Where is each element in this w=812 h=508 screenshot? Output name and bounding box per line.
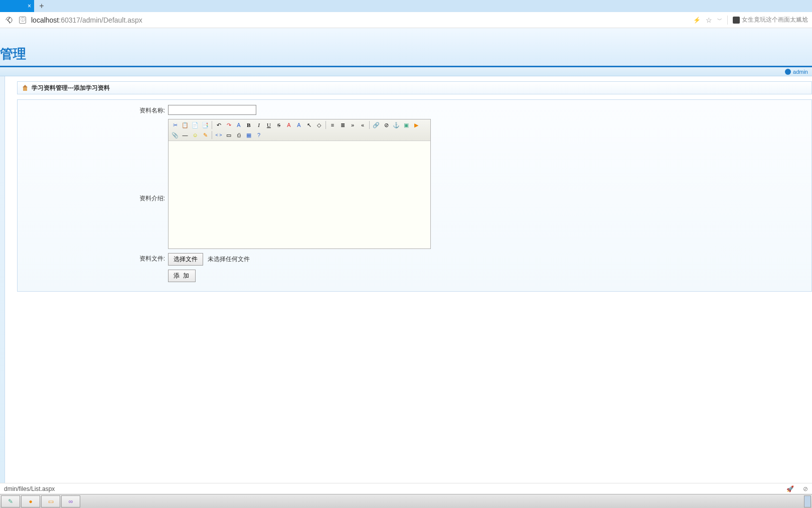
address-bar-actions: ⚡ ☆ ﹀ 女生竟玩这个画面太尴尬 [693,16,808,25]
user-icon [785,69,791,75]
taskbar-show-desktop[interactable] [804,495,811,507]
form-container: 资料名称: 资料介绍: ✂ 📋 📄 📑 ↶ ↷ A B [17,99,812,292]
file-status-text: 未选择任何文件 [208,256,250,263]
rich-text-editor: ✂ 📋 📄 📑 ↶ ↷ A B I U S A A ↖ [168,119,431,249]
taskbar-notepad[interactable]: ▭ [41,495,60,507]
user-bar: admin [0,67,812,76]
favorite-icon[interactable]: ☆ [706,16,712,24]
copy-icon[interactable]: 📋 [181,120,190,130]
cursor-icon[interactable]: ↖ [304,120,313,130]
attach-icon[interactable]: 📎 [171,131,180,140]
label-file: 资料文件: [23,253,168,263]
bg-color-icon[interactable]: A [294,120,303,130]
taskbar-visualstudio[interactable]: ∞ [61,495,80,507]
divider [727,16,728,25]
editor-toolbar: ✂ 📋 📄 📑 ↶ ↷ A B I U S A A ↖ [169,119,430,141]
close-tab-icon[interactable]: × [28,3,31,10]
status-right: 🚀 ⊘ [786,485,808,492]
input-name[interactable] [168,105,256,115]
strike-icon[interactable]: S [274,120,283,130]
add-button[interactable]: 添 加 [168,270,196,282]
username-label[interactable]: admin [793,69,808,75]
choose-file-button[interactable]: 选择文件 [168,253,203,266]
back-arrow-icon [5,16,13,24]
browser-status-bar: dmin/files/List.aspx 🚀 ⊘ [0,483,812,494]
indent-icon[interactable]: » [348,120,357,130]
separator [212,121,212,129]
page-icon[interactable]: ▭ [224,131,233,140]
url-host: localhost [31,16,59,24]
eraser-icon[interactable]: ◇ [314,120,323,130]
flash-icon[interactable]: ⚡ [693,17,701,24]
status-text: dmin/files/List.aspx [4,485,55,492]
row-name: 资料名称: [23,105,806,115]
font-icon[interactable]: A [234,120,243,130]
paint-icon: ✎ [8,498,13,505]
breadcrumb-text: 学习资料管理---添加学习资料 [32,84,110,92]
main-panel: 学习资料管理---添加学习资料 资料名称: 资料介绍: ✂ 📋 📄 📑 ↶ [5,76,812,483]
bold-icon[interactable]: B [244,120,253,130]
new-tab-button[interactable]: + [34,0,49,12]
sidebar [0,76,5,483]
bookmark-favicon [733,17,740,24]
html-source-icon[interactable]: < > [214,131,223,140]
taskbar: ✎ ● ▭ ∞ [0,494,812,508]
align-icon[interactable]: ≡ [328,120,337,130]
url-display[interactable]: localhost:60317/admin/Default.aspx [31,16,142,24]
bookmark-item[interactable]: 女生竟玩这个画面太尴尬 [733,16,808,24]
outdent-icon[interactable]: « [358,120,367,130]
row-file: 资料文件: 选择文件 未选择任何文件 [23,253,806,266]
editor-content[interactable] [169,141,430,248]
back-button[interactable] [4,15,14,25]
chevron-down-icon[interactable]: ﹀ [717,17,722,24]
home-icon [22,85,29,91]
date-icon[interactable]: ▦ [244,131,253,140]
italic-icon[interactable]: I [254,120,263,130]
redo-icon[interactable]: ↷ [224,120,233,130]
emoji-icon[interactable]: ☺ [191,131,200,140]
label-name: 资料名称: [23,105,168,115]
unlink-icon[interactable]: ⊘ [382,120,391,130]
site-info-icon[interactable]: ⓘ [19,17,26,24]
hr-icon[interactable]: — [181,131,190,140]
flash-insert-icon[interactable]: ▶ [412,120,421,130]
font-color-icon[interactable]: A [284,120,293,130]
bug-icon[interactable]: ⊘ [803,485,808,492]
link-icon[interactable]: 🔗 [372,120,381,130]
paste-icon[interactable]: 📄 [191,120,200,130]
url-port: :60317 [59,16,80,24]
print-icon[interactable]: ⎙ [234,131,243,140]
rocket-icon[interactable]: 🚀 [786,485,794,492]
vs-icon: ∞ [69,498,73,505]
separator [369,121,370,129]
taskbar-paint[interactable]: ✎ [1,495,20,507]
separator [326,121,326,129]
image-icon[interactable]: ▣ [402,120,411,130]
browser-icon: ● [29,498,32,505]
active-tab[interactable]: × [0,0,34,12]
url-path: /admin/Default.aspx [80,16,142,24]
label-empty [23,270,168,271]
file-picker-wrap: 选择文件 未选择任何文件 [168,253,250,266]
help-icon[interactable]: ? [254,131,263,140]
separator [212,131,212,139]
note-icon[interactable]: ✎ [201,131,210,140]
page-title: 管理 [0,45,26,63]
breadcrumb: 学习资料管理---添加学习资料 [17,81,812,94]
notepad-icon: ▭ [48,498,54,505]
underline-icon[interactable]: U [264,120,273,130]
address-bar: ⓘ localhost:60317/admin/Default.aspx ⚡ ☆… [0,12,812,28]
label-intro: 资料介绍: [23,119,168,203]
page-header: 管理 [0,28,812,67]
taskbar-browser[interactable]: ● [21,495,40,507]
anchor-icon[interactable]: ⚓ [392,120,401,130]
row-intro: 资料介绍: ✂ 📋 📄 📑 ↶ ↷ A B I U S [23,119,806,249]
cut-icon[interactable]: ✂ [171,120,180,130]
bookmark-text: 女生竟玩这个画面太尴尬 [742,16,808,24]
browser-tab-bar: × + [0,0,812,12]
row-submit: 添 加 [23,270,806,282]
undo-icon[interactable]: ↶ [214,120,223,130]
paste-word-icon[interactable]: 📑 [201,120,210,130]
content-area: 学习资料管理---添加学习资料 资料名称: 资料介绍: ✂ 📋 📄 📑 ↶ [0,76,812,483]
list-icon[interactable]: ≣ [338,120,347,130]
